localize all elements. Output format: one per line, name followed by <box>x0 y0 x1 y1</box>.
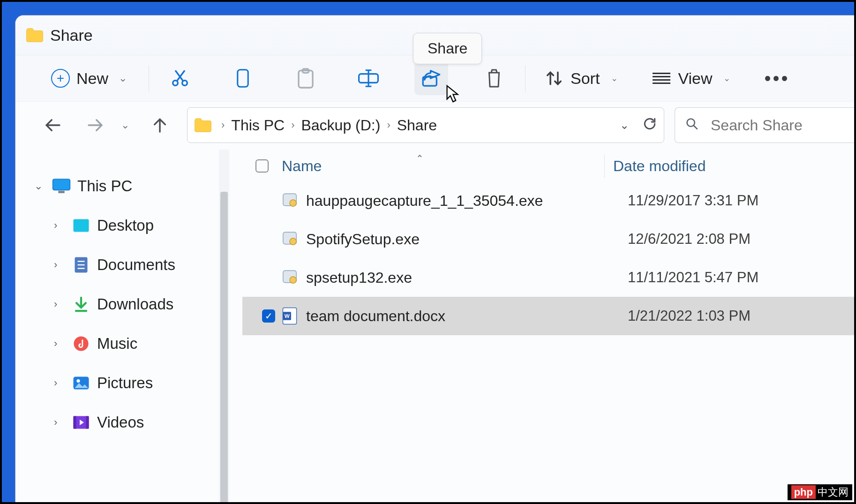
search-box[interactable] <box>675 107 856 143</box>
tree-label: Documents <box>97 256 175 274</box>
svg-text:W: W <box>285 313 290 319</box>
search-input[interactable] <box>711 117 847 134</box>
select-all-checkbox[interactable] <box>255 159 269 173</box>
downloads-icon <box>72 296 90 313</box>
copy-button[interactable] <box>226 61 260 95</box>
tree-documents[interactable]: › Documents <box>15 245 229 285</box>
tree-music[interactable]: › Music <box>15 324 229 363</box>
search-icon <box>685 117 698 134</box>
file-row[interactable]: ✓Wteam document.docx1/21/2022 1:03 PM <box>242 297 856 335</box>
share-tooltip: Share <box>413 33 482 64</box>
chevron-down-icon: ⌄ <box>121 119 129 131</box>
svg-rect-4 <box>238 70 248 87</box>
share-icon <box>421 69 441 88</box>
tree-label: Downloads <box>97 295 173 313</box>
address-history-button[interactable]: ⌄ <box>620 119 629 132</box>
tree-desktop[interactable]: › Desktop <box>15 206 229 245</box>
chevron-right-icon: › <box>54 416 68 429</box>
new-button[interactable]: + New ⌄ <box>44 61 135 95</box>
tree-downloads[interactable]: › Downloads <box>15 285 229 324</box>
column-date[interactable]: Date modified <box>613 158 706 175</box>
file-name: team document.docx <box>306 308 628 325</box>
rename-button[interactable] <box>352 61 385 95</box>
sort-asc-icon: ⌃ <box>416 153 424 164</box>
svg-line-3 <box>175 70 183 81</box>
svg-rect-15 <box>58 191 64 193</box>
recent-locations-button[interactable]: ⌄ <box>109 111 137 139</box>
documents-icon <box>72 256 90 273</box>
chevron-down-icon: ⌄ <box>723 73 730 83</box>
svg-point-34 <box>290 277 296 283</box>
address-bar[interactable]: › This PC › Backup (D:) › Share ⌄ <box>187 107 664 143</box>
file-icon <box>282 192 300 210</box>
separator <box>149 65 149 91</box>
file-name: hauppaugecapture_1_1_35054.exe <box>306 192 628 210</box>
tree-label: Pictures <box>97 374 153 392</box>
crumb-share[interactable]: Share <box>397 117 437 134</box>
nav-tree: ⌄ This PC › Desktop › <box>15 149 229 504</box>
share-button[interactable] <box>414 61 448 95</box>
chevron-right-icon: › <box>54 259 68 271</box>
chevron-right-icon: › <box>54 298 68 310</box>
column-name[interactable]: Name ⌃ <box>282 158 604 175</box>
cut-button[interactable] <box>163 61 197 95</box>
rename-icon <box>358 69 379 88</box>
svg-point-24 <box>76 379 80 383</box>
file-name: spsetup132.exe <box>306 269 628 286</box>
more-button[interactable]: ••• <box>764 68 789 89</box>
file-date: 12/6/2021 2:08 PM <box>628 231 751 248</box>
checkbox-checked-icon[interactable]: ✓ <box>262 309 275 323</box>
crumb-backup-d[interactable]: Backup (D:) <box>301 117 380 134</box>
file-name: SpotifySetup.exe <box>306 231 628 248</box>
crumb-this-pc[interactable]: This PC <box>231 117 285 134</box>
file-date: 11/11/2021 5:47 PM <box>628 269 758 286</box>
folder-icon <box>194 118 212 133</box>
svg-rect-26 <box>74 416 76 429</box>
watermark: php中文网 <box>788 484 852 500</box>
scrollbar-thumb[interactable] <box>220 192 228 504</box>
refresh-button[interactable] <box>642 116 657 135</box>
paste-button[interactable] <box>289 61 323 95</box>
chevron-right-icon: › <box>54 377 68 389</box>
file-date: 11/29/2017 3:31 PM <box>628 192 758 209</box>
videos-icon <box>72 414 90 431</box>
delete-button[interactable] <box>477 61 511 95</box>
folder-icon <box>26 28 44 43</box>
tree-pictures[interactable]: › Pictures <box>15 363 229 403</box>
plus-icon: + <box>51 69 70 88</box>
file-row[interactable]: hauppaugecapture_1_1_35054.exe11/29/2017… <box>255 181 856 220</box>
tree-label: This PC <box>77 177 132 195</box>
up-button[interactable] <box>146 111 174 139</box>
chevron-down-icon: ⌄ <box>119 72 127 84</box>
svg-rect-16 <box>74 219 89 232</box>
file-list: Name ⌃ Date modified hauppaugecapture_1_… <box>229 149 856 504</box>
chevron-right-icon: › <box>387 119 390 131</box>
pictures-icon <box>72 375 90 391</box>
tree-this-pc[interactable]: ⌄ This PC <box>15 166 229 206</box>
svg-line-2 <box>177 70 185 81</box>
view-button[interactable]: View ⌄ <box>647 61 736 95</box>
file-icon: W <box>282 307 300 325</box>
file-icon <box>282 269 300 286</box>
chevron-right-icon: › <box>221 119 225 131</box>
trash-icon <box>486 68 503 88</box>
monitor-icon <box>52 178 71 195</box>
file-explorer-window: Share + New ⌄ <box>15 15 856 504</box>
chevron-right-icon: › <box>291 119 294 131</box>
svg-point-30 <box>290 200 296 206</box>
tree-videos[interactable]: › Videos <box>15 403 229 442</box>
sort-button[interactable]: Sort ⌄ <box>540 61 623 95</box>
window-title: Share <box>50 26 93 45</box>
svg-point-22 <box>74 336 88 351</box>
nav-row: ⌄ › This PC › Backup (D:) › Share ⌄ <box>15 102 856 149</box>
forward-button[interactable] <box>81 111 109 139</box>
list-icon <box>653 71 670 86</box>
chevron-down-icon: ⌄ <box>34 180 48 192</box>
desktop-icon <box>72 217 90 234</box>
chevron-down-icon: ⌄ <box>611 73 618 83</box>
file-row[interactable]: SpotifySetup.exe12/6/2021 2:08 PM <box>255 220 856 258</box>
file-row[interactable]: spsetup132.exe11/11/2021 5:47 PM <box>255 258 856 297</box>
file-icon <box>282 230 300 248</box>
sidebar-scrollbar[interactable] <box>219 150 229 504</box>
back-button[interactable] <box>39 111 67 139</box>
